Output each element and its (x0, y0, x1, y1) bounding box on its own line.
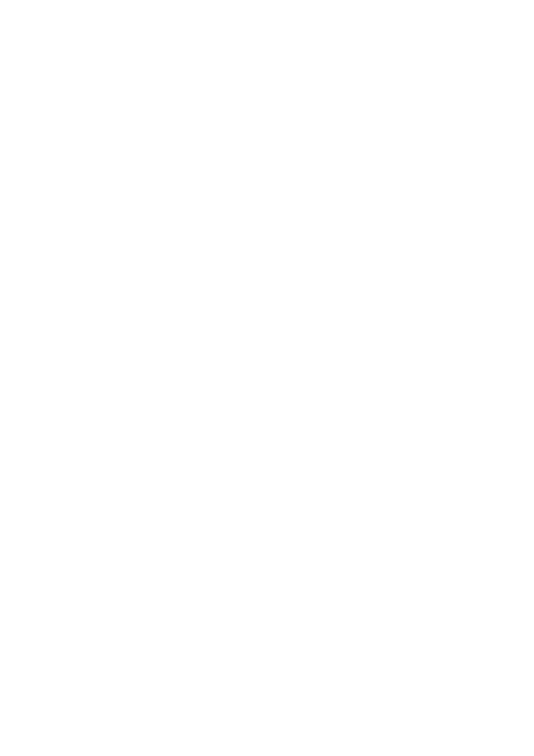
question-block-5 (70, 116, 464, 134)
spacer (70, 64, 464, 81)
spacer (70, 116, 464, 134)
spacer (70, 99, 464, 116)
question-block-3 (70, 81, 464, 99)
spacer (70, 81, 464, 99)
question-block-2 (70, 64, 464, 81)
question-block-4 (70, 99, 464, 116)
